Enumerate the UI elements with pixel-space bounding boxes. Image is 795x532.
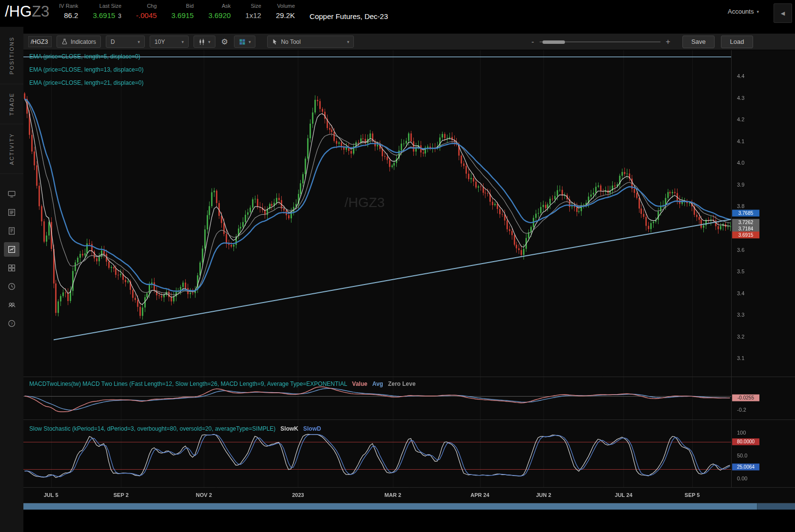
accounts-label: Accounts	[728, 8, 754, 15]
stat-label: Chg	[147, 3, 156, 9]
time-scrollbar[interactable]	[23, 503, 795, 510]
chart-canvas[interactable]	[23, 50, 795, 503]
stat-last-size: Last Size 3.6915 3	[93, 3, 121, 19]
instrument-description: Copper Futures, Dec-23	[310, 12, 388, 20]
sidebar-tab-activity[interactable]: ACTIVITY	[0, 124, 23, 174]
flask-icon	[61, 38, 68, 45]
plus-icon: +	[666, 38, 670, 46]
cursor-icon	[272, 38, 278, 45]
tab-label: POSITIONS	[9, 37, 15, 75]
stat-label: Ask	[222, 3, 231, 9]
stoch-study-title: Slow Stochastic (kPeriod=14, dPeriod=3, …	[29, 425, 275, 432]
zoom-slider-handle[interactable]	[543, 40, 565, 44]
chevron-down-icon: ▾	[138, 39, 140, 44]
study-label-ema21[interactable]: EMA (price=CLOSE, length=21, displace=0)	[29, 79, 143, 86]
stat-value: 29.2K	[276, 11, 295, 19]
chart-toolbar: Indicators D ▾ 10Y ▾ ▾ ⚙ ▾ No Tool ▾ -	[23, 34, 795, 50]
study-label-macd[interactable]: MACDTwoLines(tw) MACD Two Lines (Fast Le…	[29, 380, 416, 387]
stoch-slowk-plot-label: SlowK	[280, 425, 298, 432]
tab-label: TRADE	[9, 93, 15, 115]
users-icon[interactable]	[4, 298, 19, 312]
trading-app: /HGZ3 IV Rank 86.2 Last Size 3.6915 3 Ch…	[0, 0, 795, 532]
study-label-stochastic[interactable]: Slow Stochastic (kPeriod=14, dPeriod=3, …	[29, 425, 321, 432]
study-label-ema13[interactable]: EMA (price=CLOSE, length=13, displace=0)	[29, 66, 143, 73]
macd-study-title: MACDTwoLines(tw) MACD Two Lines (Fast Le…	[29, 380, 347, 387]
range-value: 10Y	[155, 38, 165, 45]
macd-zero-plot-label: Zero Leve	[388, 380, 416, 387]
zoom-controls: - + Save Load	[530, 36, 753, 48]
chart-icon[interactable]	[4, 242, 19, 257]
stat-label: IV Rank	[59, 3, 78, 9]
grid-layout-icon	[239, 38, 246, 45]
study-label-ema5[interactable]: EMA (price=CLOSE, length=5, displace=0)	[29, 53, 140, 60]
indicators-button[interactable]: Indicators	[57, 36, 101, 48]
stat-value: 1x12	[245, 11, 261, 19]
help-icon[interactable]: ?	[4, 316, 19, 331]
load-button[interactable]: Load	[721, 36, 753, 48]
timeframe-value: D	[111, 38, 115, 45]
collapse-panel-button[interactable]: ◀	[774, 3, 792, 23]
tab-label: ACTIVITY	[9, 133, 15, 165]
chart-area: EMA (price=CLOSE, length=5, displace=0) …	[23, 50, 795, 503]
drawing-tool-dropdown[interactable]: No Tool ▾	[267, 36, 354, 48]
stat-ask: Ask 3.6920	[208, 3, 231, 19]
symbol-root: /HG	[5, 3, 32, 20]
stat-value: 86.2	[64, 11, 78, 19]
stat-value: 3.6920	[208, 11, 231, 19]
chevron-down-icon: ▾	[249, 39, 251, 44]
stat-iv-rank: IV Rank 86.2	[59, 3, 78, 19]
time-scrollbar-right-cap	[757, 503, 795, 510]
stat-label: Size	[251, 3, 261, 9]
minus-icon: -	[531, 38, 534, 46]
zoom-in-button[interactable]: +	[665, 38, 671, 46]
stat-value: -.0045	[136, 11, 157, 19]
sidebar-tab-trade[interactable]: TRADE	[0, 84, 23, 124]
collapse-left-icon: ◀	[781, 10, 785, 17]
chevron-down-icon: ▾	[756, 9, 759, 14]
chevron-down-icon: ▾	[182, 39, 184, 44]
left-sidebar: POSITIONS TRADE ACTIVITY	[0, 27, 23, 532]
ledger-icon[interactable]	[4, 224, 19, 238]
stat-label: Bid	[186, 3, 194, 9]
sidebar-tab-positions[interactable]: POSITIONS	[0, 27, 23, 84]
load-label: Load	[730, 38, 744, 45]
accounts-dropdown[interactable]: Accounts ▾	[728, 8, 759, 15]
zoom-out-button[interactable]: -	[530, 38, 535, 46]
gear-icon: ⚙	[221, 38, 228, 46]
symbol-title: /HGZ3	[5, 3, 49, 20]
macd-value-plot-label: Value	[352, 380, 367, 387]
stat-last-trade-size: 3	[118, 13, 121, 19]
stat-label: Last Size	[99, 3, 121, 9]
watchlist-icon[interactable]	[4, 205, 19, 220]
stat-value: 3.6915	[172, 11, 194, 19]
stat-label: Volume	[277, 3, 295, 9]
tv-icon[interactable]	[4, 187, 19, 201]
drawing-tool-label: No Tool	[281, 38, 300, 45]
stat-chg: Chg -.0045	[136, 3, 157, 19]
svg-text:?: ?	[11, 322, 13, 326]
stat-size: Size 1x12	[245, 3, 261, 19]
stat-value: 3.6915	[93, 11, 115, 19]
timeframe-dropdown[interactable]: D ▾	[106, 36, 145, 48]
grid-layout-dropdown[interactable]: ▾	[234, 36, 256, 48]
stat-volume: Volume 29.2K	[276, 3, 295, 19]
chevron-down-icon: ▾	[347, 39, 349, 44]
chevron-down-icon: ▾	[208, 39, 211, 44]
zoom-slider[interactable]	[540, 38, 660, 46]
range-dropdown[interactable]: 10Y ▾	[150, 36, 189, 48]
clock-icon[interactable]	[4, 279, 19, 294]
time-scrollbar-thumb[interactable]	[23, 503, 757, 510]
save-button[interactable]: Save	[682, 36, 715, 48]
indicators-label: Indicators	[71, 38, 96, 45]
candlestick-icon	[198, 38, 205, 45]
symbol-contract: Z3	[32, 3, 49, 20]
save-label: Save	[691, 38, 706, 45]
symbol-input[interactable]	[28, 36, 52, 47]
chart-style-dropdown[interactable]: ▾	[194, 36, 215, 48]
stoch-slowd-plot-label: SlowD	[303, 425, 321, 432]
chart-settings-button[interactable]: ⚙	[220, 38, 229, 46]
quote-header: /HGZ3 IV Rank 86.2 Last Size 3.6915 3 Ch…	[0, 0, 795, 27]
grid-icon[interactable]	[4, 261, 19, 275]
macd-avg-plot-label: Avg	[372, 380, 383, 387]
stat-bid: Bid 3.6915	[172, 3, 194, 19]
